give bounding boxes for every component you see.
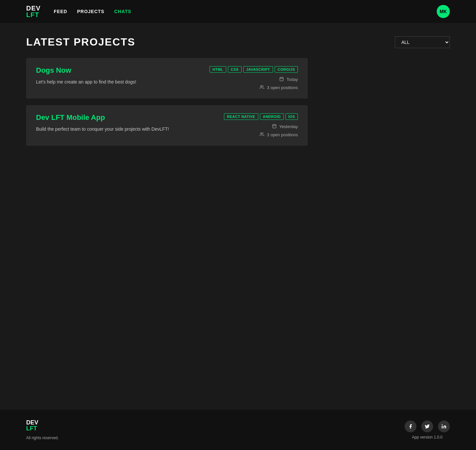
positions-text: 3 open positions xyxy=(267,85,298,90)
project-right: HTMLCSSJAVASCRIPTCORGIJS Today xyxy=(210,66,298,90)
svg-point-10 xyxy=(442,424,443,425)
logo-dev: DEV xyxy=(26,5,41,11)
footer-left: DEV LFT All rights reserved. xyxy=(26,420,59,440)
project-tag: REACT NATIVE xyxy=(224,113,258,120)
project-date: Today xyxy=(279,77,298,82)
people-icon xyxy=(260,85,264,90)
date-text: Today xyxy=(286,77,298,82)
footer-logo: DEV LFT xyxy=(26,420,59,431)
calendar-icon xyxy=(279,77,284,82)
date-text: Yesterday xyxy=(279,124,298,129)
footer: DEV LFT All rights reserved. xyxy=(0,410,476,450)
facebook-icon[interactable] xyxy=(405,421,416,432)
app-version: App version 1.0.0 xyxy=(412,435,442,440)
project-date: Yesterday xyxy=(272,124,298,129)
linkedin-icon[interactable] xyxy=(438,421,450,432)
footer-logo-lft: LFT xyxy=(26,425,59,431)
calendar-icon xyxy=(272,124,277,129)
page-header: LATEST PROJECTS ALL HTML CSS JAVASCRIPT … xyxy=(26,36,450,48)
project-title[interactable]: Dev LFT Mobile App xyxy=(36,113,224,122)
project-tag: IOS xyxy=(285,113,298,120)
project-tag: HTML xyxy=(210,66,226,73)
project-title[interactable]: Dogs Now xyxy=(36,66,210,75)
logo-lft: LFT xyxy=(26,11,41,18)
project-card: Dev LFT Mobile App Build the perfect tea… xyxy=(26,105,308,146)
people-icon xyxy=(260,132,264,138)
main-content: LATEST PROJECTS ALL HTML CSS JAVASCRIPT … xyxy=(0,23,476,410)
svg-point-9 xyxy=(261,133,262,134)
logo: DEV LFT xyxy=(26,5,41,18)
twitter-icon[interactable] xyxy=(421,421,433,432)
nav-item-chats[interactable]: CHATS xyxy=(114,9,131,14)
project-right: REACT NATIVEANDROIDIOS Yesterday xyxy=(224,113,298,138)
positions-text: 3 open positions xyxy=(267,132,298,137)
project-description: Build the perfect team to conquer your s… xyxy=(36,126,200,133)
svg-point-4 xyxy=(261,85,262,87)
project-tags: HTMLCSSJAVASCRIPTCORGIJS xyxy=(210,66,298,73)
projects-list: Dogs Now Let's help me create an app to … xyxy=(26,58,308,146)
project-tag: CSS xyxy=(228,66,242,73)
project-positions: 3 open positions xyxy=(260,85,298,90)
project-meta: Yesterday 3 open positions xyxy=(260,124,298,138)
footer-logo-dev: DEV xyxy=(26,420,59,425)
nav-item-feed[interactable]: FEED xyxy=(54,9,67,14)
project-meta: Today 3 open positions xyxy=(260,77,298,90)
footer-right: App version 1.0.0 xyxy=(405,421,450,440)
nav-item-projects[interactable]: PROJECTS xyxy=(77,9,104,14)
header: DEV LFT FEED PROJECTS CHATS MK xyxy=(0,0,476,23)
main-nav: FEED PROJECTS CHATS xyxy=(54,9,131,14)
project-tag: ANDROID xyxy=(260,113,284,120)
project-left: Dogs Now Let's help me create an app to … xyxy=(36,66,210,85)
footer-rights: All rights reserved. xyxy=(26,436,59,440)
project-positions: 3 open positions xyxy=(260,132,298,138)
project-description: Let's help me create an app to find the … xyxy=(36,79,200,85)
filter-select[interactable]: ALL HTML CSS JAVASCRIPT REACT NATIVE AND… xyxy=(395,36,450,48)
svg-rect-0 xyxy=(280,77,284,81)
project-tags: REACT NATIVEANDROIDIOS xyxy=(224,113,298,120)
social-icons xyxy=(405,421,450,432)
svg-rect-5 xyxy=(272,124,276,128)
project-left: Dev LFT Mobile App Build the perfect tea… xyxy=(36,113,224,133)
project-card: Dogs Now Let's help me create an app to … xyxy=(26,58,308,99)
page-title: LATEST PROJECTS xyxy=(26,36,135,48)
user-avatar[interactable]: MK xyxy=(437,5,450,18)
project-tag: CORGIJS xyxy=(275,66,298,73)
project-tag: JAVASCRIPT xyxy=(243,66,273,73)
